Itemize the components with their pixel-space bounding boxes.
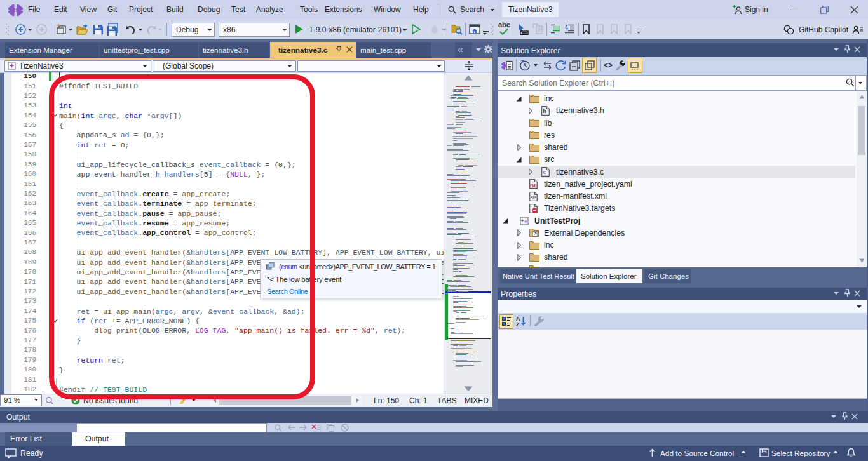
svg-text:Z: Z <box>516 321 520 327</box>
